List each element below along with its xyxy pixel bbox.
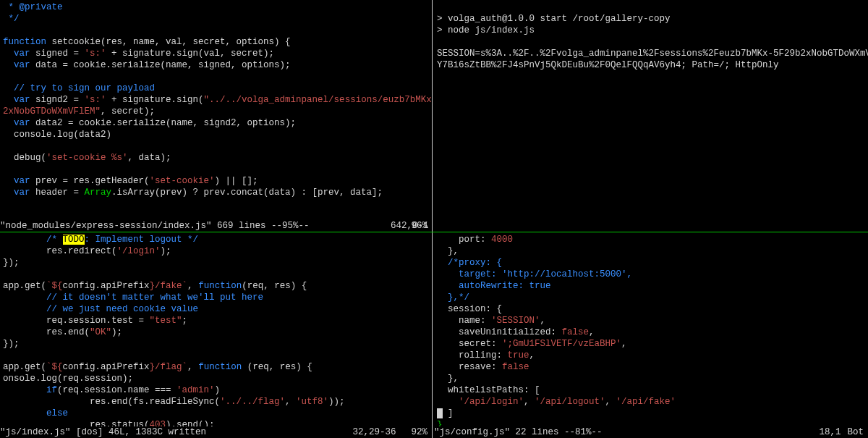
todo-highlight: TODO xyxy=(63,235,85,245)
status-bottom-right: "js/config.js" 22 lines --81%-- 18,1 Bot xyxy=(434,426,868,438)
code-bottom-left: /* TODO: Implement logout */ res.redirec… xyxy=(0,232,432,438)
cursor xyxy=(437,408,443,418)
status-bottom-left: "js/index.js" [dos] 46L, 1383C written 3… xyxy=(0,426,432,438)
doc-private: * @private xyxy=(3,2,63,12)
pane-bottom-left[interactable]: /* TODO: Implement logout */ res.redirec… xyxy=(0,232,432,438)
code-top-left: * @private */ function setcookie(res, na… xyxy=(0,0,432,200)
pane-top-right[interactable]: > volga_auth@1.0.0 start /root/gallery-c… xyxy=(434,0,868,232)
vertical-split xyxy=(432,0,433,438)
pane-bottom-right[interactable]: port: 4000 }, /*proxy: { target: 'http:/… xyxy=(434,232,868,438)
pane-top-left[interactable]: * @private */ function setcookie(res, na… xyxy=(0,0,432,232)
terminal-output: > volga_auth@1.0.0 start /root/gallery-c… xyxy=(434,0,868,72)
status-top-left: "node_modules/express-session/index.js" … xyxy=(0,220,432,232)
code-bottom-right: port: 4000 }, /*proxy: { target: 'http:/… xyxy=(434,232,868,438)
